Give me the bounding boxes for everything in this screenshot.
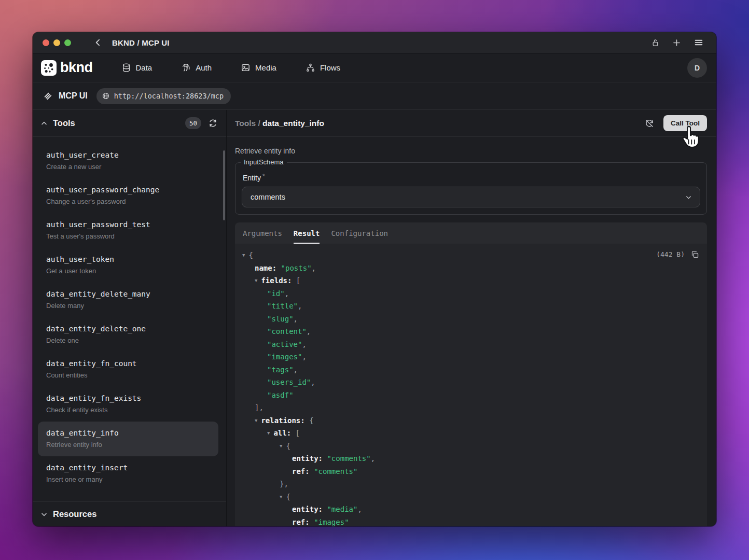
sidebar: Tools 50 auth_user_createCreate a new us… [33, 110, 227, 526]
breadcrumb-section[interactable]: Tools [235, 119, 256, 128]
back-icon[interactable] [93, 37, 103, 48]
mcp-url: http://localhost:28623/mcp [114, 92, 224, 100]
json-token: { [309, 416, 313, 425]
json-token: "asdf" [267, 391, 294, 399]
result-card: ArgumentsResultConfiguration (442 B) ▼{n… [235, 222, 707, 526]
json-token: "users_id" [267, 378, 311, 386]
tool-name: auth_user_password_change [46, 184, 216, 196]
json-line: ], [242, 401, 700, 414]
collapse-arrow-icon[interactable]: ▼ [255, 278, 257, 283]
json-line: "title", [242, 300, 700, 313]
tool-list-item[interactable]: data_entity_insertInsert one or many [33, 456, 226, 491]
json-line: entity: "media", [242, 503, 700, 516]
copy-icon[interactable] [690, 250, 699, 259]
tool-description: Insert one or many [46, 474, 216, 485]
json-token: "images" [314, 518, 349, 526]
sidebar-scrollbar[interactable] [223, 150, 225, 220]
json-token: [ [296, 276, 300, 285]
json-token: name: [255, 264, 281, 272]
call-tool-button[interactable]: Call Tool [663, 115, 707, 131]
tool-list-item[interactable]: auth_user_password_testTest a user's pas… [33, 213, 226, 248]
collapse-arrow-icon[interactable]: ▼ [267, 430, 270, 436]
json-token: relations: [261, 416, 309, 425]
chevron-up-icon [40, 119, 48, 128]
collapse-arrow-icon[interactable]: ▼ [242, 253, 245, 258]
collapse-arrow-icon[interactable]: ▼ [280, 494, 282, 499]
tool-list-item[interactable]: data_entity_infoRetrieve entity info [38, 422, 218, 456]
breadcrumb-current: data_entity_info [262, 119, 324, 128]
lock-open-icon[interactable] [651, 38, 660, 47]
json-token: entity: [292, 454, 327, 463]
brand-name: bknd [60, 60, 93, 76]
json-token: "media" [327, 505, 357, 513]
main-header: Tools / data_entity_info Call Tool [227, 110, 716, 137]
breadcrumb-separator: / [256, 119, 262, 128]
entity-select-value: comments [251, 193, 285, 201]
refresh-icon[interactable] [208, 118, 218, 128]
menu-icon[interactable] [693, 37, 704, 48]
minimize-window-button[interactable] [53, 39, 60, 46]
close-window-button[interactable] [43, 39, 49, 46]
tool-description: Delete one [46, 335, 216, 346]
avatar[interactable]: D [687, 58, 707, 78]
json-line: ▼fields: [ [242, 274, 700, 287]
json-token: , [285, 289, 289, 298]
nav-item-data[interactable]: Data [121, 63, 152, 73]
traffic-lights [33, 39, 71, 46]
json-line: ref: "comments" [242, 465, 700, 478]
input-schema-fieldset: InputSchema Entity* comments [235, 162, 707, 215]
json-line: "id", [242, 287, 700, 300]
breadcrumb: Tools / data_entity_info [235, 119, 324, 128]
json-line: ▼{ [242, 440, 700, 453]
json-line: "images", [242, 351, 700, 363]
json-token: ref: [292, 467, 314, 475]
nav-item-label: Media [255, 63, 276, 72]
mcp-title: MCP UI [59, 91, 88, 101]
tab-result[interactable]: Result [294, 222, 320, 244]
nav-item-label: Data [136, 63, 152, 72]
tool-description: Retrieve entity info [235, 147, 707, 155]
tool-name: auth_user_create [46, 149, 216, 161]
tool-list-item[interactable]: data_entity_fn_existsCheck if entity exi… [33, 387, 226, 422]
tools-section-header[interactable]: Tools 50 [33, 110, 226, 137]
mcp-icon [43, 91, 53, 101]
json-token: "id" [267, 289, 285, 298]
tool-list-item[interactable]: auth_user_password_changeChange a user's… [33, 178, 226, 213]
json-token: , [311, 378, 315, 386]
tool-list-item[interactable]: data_entity_delete_oneDelete one [33, 317, 226, 352]
collapse-arrow-icon[interactable]: ▼ [280, 443, 282, 449]
tool-description: Change a user's password [46, 197, 216, 207]
resources-section-header[interactable]: Resources [33, 501, 226, 526]
tool-list-item[interactable]: data_entity_delete_manyDelete many [33, 283, 226, 317]
tool-list-item[interactable]: data_entity_fn_countCount entities [33, 352, 226, 387]
mcp-url-pill[interactable]: http://localhost:28623/mcp [96, 88, 231, 104]
tool-list-item[interactable]: auth_user_tokenGet a user token [33, 248, 226, 283]
json-token: ], [255, 403, 263, 412]
result-size: (442 B) [656, 250, 685, 258]
json-line: "tags", [242, 363, 700, 376]
nav-item-media[interactable]: Media [241, 63, 276, 73]
entity-select[interactable]: comments [242, 187, 700, 207]
chevron-down-icon [40, 510, 48, 519]
collapse-arrow-icon[interactable]: ▼ [255, 418, 257, 423]
auto-refresh-off-icon[interactable] [644, 118, 655, 129]
tab-arguments[interactable]: Arguments [243, 222, 282, 244]
json-token: { [286, 493, 290, 501]
nav-item-flows[interactable]: Flows [306, 63, 340, 73]
bknd-logo[interactable]: bknd [41, 60, 93, 76]
json-line: "content", [242, 325, 700, 338]
tools-count-badge: 50 [185, 117, 201, 129]
nav-item-auth[interactable]: Auth [181, 63, 212, 73]
json-line: "active", [242, 338, 700, 351]
input-schema-legend: InputSchema [241, 158, 287, 166]
new-tab-icon[interactable] [672, 38, 682, 48]
json-line: ref: "images" [242, 516, 700, 527]
json-token: , [371, 454, 375, 463]
maximize-window-button[interactable] [64, 39, 71, 46]
tool-name: data_entity_insert [46, 462, 216, 474]
json-token: "posts" [281, 264, 312, 272]
json-line: ▼{ [242, 249, 700, 262]
tool-list-item[interactable]: auth_user_createCreate a new user [33, 144, 226, 178]
tab-configuration[interactable]: Configuration [331, 222, 388, 244]
tool-name: data_entity_fn_count [46, 358, 216, 370]
